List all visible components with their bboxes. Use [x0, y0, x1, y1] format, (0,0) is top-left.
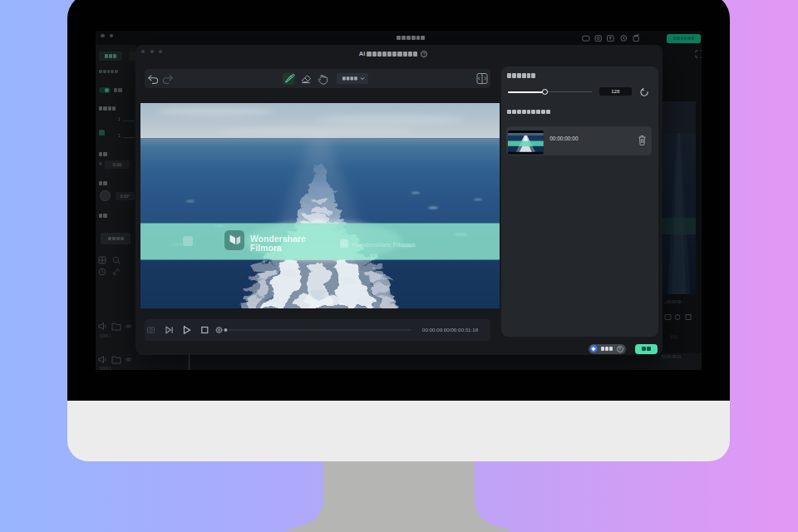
svg-text:0204 1: 0204 1 — [100, 334, 111, 338]
svg-text:Wondershare: Wondershare — [250, 233, 306, 243]
svg-text:Wondershare Filmora: Wondershare Filmora — [352, 241, 416, 249]
svg-text:00:00:00:00/00:00:31:18: 00:00:00:00/00:00:31:18 — [422, 327, 479, 332]
svg-text:0204 1: 0204 1 — [100, 367, 111, 371]
svg-text:Filmora: Filmora — [250, 243, 282, 253]
